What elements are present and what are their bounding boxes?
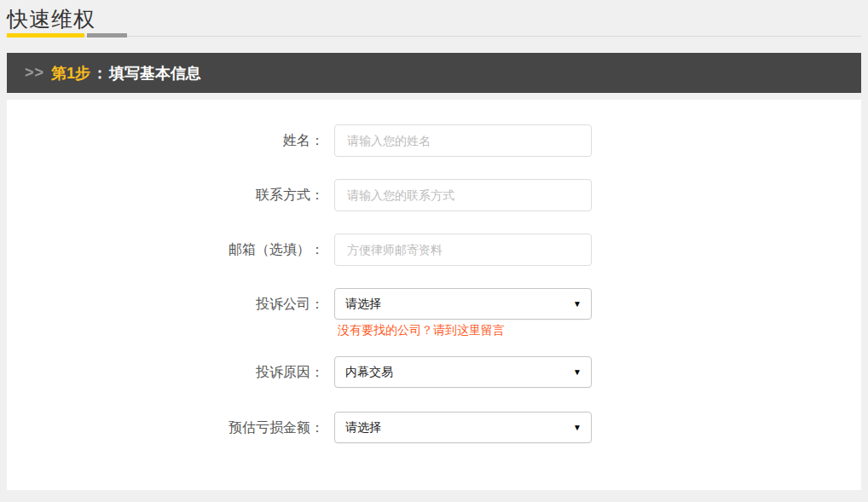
estimated-loss-selected-value: 请选择 <box>345 420 381 436</box>
chevron-down-icon: ▼ <box>573 300 582 309</box>
form-row-email: 邮箱（选填）： <box>7 234 861 266</box>
title-underline <box>7 33 861 38</box>
step-title: 填写基本信息 <box>109 63 201 84</box>
company-label: 投诉公司： <box>7 288 334 320</box>
gray-underline-segment <box>87 33 127 38</box>
chevron-down-icon: ▼ <box>573 368 582 377</box>
form-row-loss-amount: 预估亏损金额： 请选择 ▼ <box>7 412 861 444</box>
step-number: 第1步 <box>51 63 90 84</box>
step-bar: >> 第1步 ： 填写基本信息 <box>7 53 861 93</box>
form-row-contact: 联系方式： <box>7 179 861 211</box>
complaint-company-selected-value: 请选择 <box>345 297 381 312</box>
page-header: 快速维权 <box>0 0 868 32</box>
form-row-name: 姓名： <box>7 124 861 157</box>
company-not-found-link[interactable]: 没有要找的公司？请到这里留言 <box>338 324 592 337</box>
accent-underline-segment <box>7 33 84 38</box>
form-panel: 姓名： 联系方式： 邮箱（选填）： 投诉公司： 请选择 ▼ <box>7 100 861 490</box>
chevron-down-icon: ▼ <box>573 424 582 432</box>
complaint-reason-selected-value: 内幕交易 <box>345 365 393 380</box>
email-label: 邮箱（选填）： <box>7 234 334 266</box>
chevrons-icon: >> <box>25 64 44 82</box>
name-input[interactable] <box>334 124 592 157</box>
contact-input[interactable] <box>334 179 592 211</box>
divider-line <box>7 36 861 37</box>
page: 快速维权 >> 第1步 ： 填写基本信息 姓名： 联系方式： 邮箱（选填 <box>0 0 868 502</box>
contact-label: 联系方式： <box>7 179 334 211</box>
estimated-loss-select[interactable]: 请选择 ▼ <box>334 412 592 443</box>
complaint-company-select[interactable]: 请选择 ▼ <box>334 288 592 320</box>
step-separator: ： <box>92 63 107 84</box>
loss-amount-label: 预估亏损金额： <box>7 412 334 444</box>
reason-label: 投诉原因： <box>7 356 334 389</box>
form-row-reason: 投诉原因： 内幕交易 ▼ <box>7 356 861 389</box>
page-title: 快速维权 <box>7 6 861 32</box>
form-row-company: 投诉公司： 请选择 ▼ 没有要找的公司？请到这里留言 <box>7 288 861 337</box>
name-label: 姓名： <box>7 124 334 157</box>
complaint-reason-select[interactable]: 内幕交易 ▼ <box>334 356 592 388</box>
email-input[interactable] <box>334 234 592 266</box>
